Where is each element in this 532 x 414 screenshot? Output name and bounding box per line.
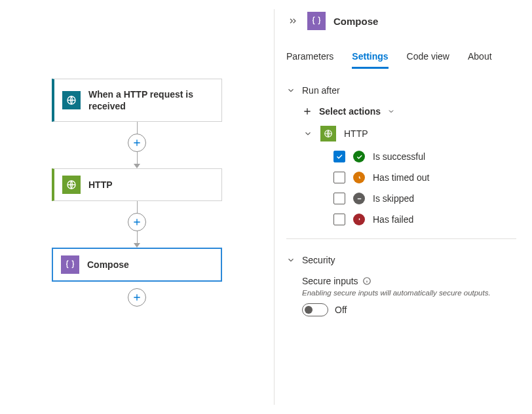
section-run-after-title: Run after	[302, 85, 340, 96]
globe-icon	[62, 91, 81, 109]
globe-icon	[320, 126, 336, 141]
add-step-button[interactable]	[128, 213, 146, 231]
check-circle-icon	[353, 151, 365, 162]
tab-parameters[interactable]: Parameters	[286, 46, 333, 69]
section-run-after: Run after Select actions HTTP	[286, 85, 516, 225]
status-timedout-label: Has timed out	[373, 172, 429, 183]
select-actions-button[interactable]: Select actions	[302, 106, 516, 117]
node-compose[interactable]: Compose	[52, 248, 222, 282]
secure-inputs-toggle[interactable]: Off	[302, 303, 516, 316]
minus-circle-icon	[353, 193, 365, 204]
node-trigger-label: When a HTTP request is received	[88, 88, 214, 112]
globe-icon	[62, 176, 81, 194]
connector	[128, 282, 146, 307]
checkbox-successful[interactable]	[333, 151, 345, 162]
clock-icon	[353, 172, 365, 183]
add-step-button[interactable]	[128, 288, 146, 307]
tab-settings[interactable]: Settings	[352, 46, 388, 69]
node-trigger[interactable]: When a HTTP request is received	[52, 79, 222, 122]
checkbox-skipped[interactable]	[333, 193, 345, 204]
tab-code-view[interactable]: Code view	[407, 46, 449, 69]
connector	[128, 122, 146, 168]
node-compose-label: Compose	[87, 259, 129, 271]
braces-icon	[61, 255, 79, 274]
node-http-label: HTTP	[88, 179, 113, 191]
secure-inputs-help: Enabling secure inputs will automaticall…	[302, 289, 516, 297]
status-skipped-label: Is skipped	[373, 193, 414, 204]
secure-inputs-label: Secure inputs	[302, 276, 358, 286]
run-after-http-toggle[interactable]: HTTP	[303, 126, 516, 141]
section-run-after-toggle[interactable]: Run after	[286, 85, 516, 96]
chevron-down-icon	[286, 255, 295, 265]
chevron-down-icon	[387, 107, 395, 115]
braces-icon	[307, 12, 326, 30]
status-failed-label: Has failed	[373, 214, 413, 225]
node-http[interactable]: HTTP	[52, 168, 222, 201]
status-skipped: Is skipped	[333, 193, 516, 204]
section-security-title: Security	[302, 255, 335, 265]
panel-tabs: Parameters Settings Code view About	[286, 46, 516, 69]
chevron-down-icon	[286, 86, 295, 95]
exclamation-circle-icon	[353, 214, 365, 225]
flow-canvas: When a HTTP request is received HTTP	[0, 0, 274, 414]
panel-title: Compose	[333, 16, 378, 27]
add-step-button[interactable]	[128, 134, 146, 152]
collapse-panel-button[interactable]	[286, 14, 299, 28]
connector	[128, 201, 146, 248]
info-icon[interactable]	[362, 276, 371, 286]
checkbox-timedout[interactable]	[333, 172, 345, 183]
section-security: Security Secure inputs Enabling secure i…	[286, 238, 516, 316]
secure-inputs-value: Off	[335, 305, 347, 315]
plus-icon	[302, 106, 313, 117]
chevron-down-icon	[303, 129, 313, 138]
section-security-toggle[interactable]: Security	[286, 255, 516, 265]
checkbox-failed[interactable]	[333, 214, 345, 225]
properties-panel: Compose Parameters Settings Code view Ab…	[275, 0, 532, 414]
tab-about[interactable]: About	[468, 46, 492, 69]
status-timedout: Has timed out	[333, 172, 516, 183]
status-successful: Is successful	[333, 151, 516, 162]
status-failed: Has failed	[333, 214, 516, 225]
run-after-action-name: HTTP	[344, 128, 368, 139]
status-successful-label: Is successful	[373, 151, 425, 162]
select-actions-label: Select actions	[319, 106, 381, 117]
